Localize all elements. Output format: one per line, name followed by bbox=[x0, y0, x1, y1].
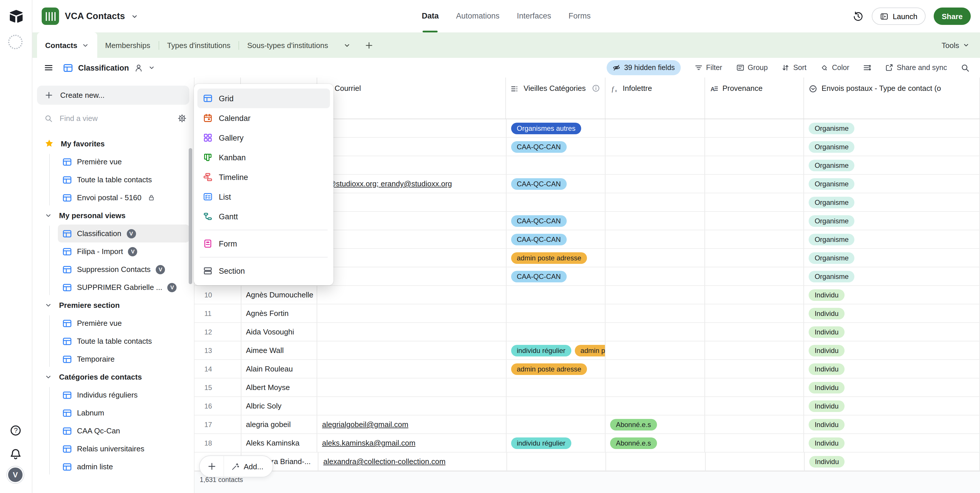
table-tab-types-d-institutions[interactable]: Types d'institutions bbox=[159, 32, 239, 58]
base-title-chevron-icon[interactable] bbox=[131, 13, 138, 20]
cell-infolettre[interactable] bbox=[606, 453, 706, 471]
cell-infolettre[interactable] bbox=[606, 341, 705, 359]
cell-envois-postaux[interactable]: Organisme bbox=[804, 138, 980, 156]
cell-vieilles-categories[interactable]: CAA-QC-CAN bbox=[506, 267, 605, 285]
cell-provenance[interactable] bbox=[705, 175, 804, 193]
cell-courriel[interactable] bbox=[318, 138, 506, 156]
cell-provenance[interactable] bbox=[705, 378, 804, 396]
cell-vieilles-categories[interactable] bbox=[506, 156, 605, 174]
view-settings-gear-icon[interactable] bbox=[178, 114, 186, 122]
cell-infolettre[interactable] bbox=[606, 175, 705, 193]
cell-provenance[interactable] bbox=[706, 453, 805, 471]
cell-vieilles-categories[interactable]: CAA-QC-CAN bbox=[506, 138, 605, 156]
cell-name[interactable]: Aida Vosoughi bbox=[241, 323, 318, 341]
color-button[interactable]: Color bbox=[821, 64, 850, 72]
sidebar-view-item[interactable]: Première vue bbox=[58, 314, 189, 332]
view-menu-item-section[interactable]: Section bbox=[197, 261, 330, 281]
sidebar-view-item[interactable]: SUPPRIMER Gabrielle ...V bbox=[58, 278, 189, 296]
user-avatar[interactable]: V bbox=[7, 466, 24, 483]
cell-infolettre[interactable] bbox=[606, 360, 705, 378]
cell-courriel[interactable] bbox=[318, 267, 506, 285]
cell-envois-postaux[interactable]: Individu bbox=[804, 378, 980, 396]
cell-name[interactable]: Albric Soly bbox=[241, 397, 318, 415]
sidebar-section-premiere-section[interactable]: Premiere section bbox=[37, 296, 189, 314]
view-menu-item-timeline[interactable]: Timeline bbox=[197, 167, 330, 187]
view-menu-item-calendar[interactable]: Calendar bbox=[197, 108, 330, 128]
cell-provenance[interactable] bbox=[705, 230, 804, 248]
cell-row-number[interactable]: 13 bbox=[194, 341, 241, 359]
cell-vieilles-categories[interactable] bbox=[506, 378, 605, 396]
sidebar-toggle-icon[interactable] bbox=[44, 63, 53, 72]
base-icon[interactable] bbox=[42, 8, 59, 25]
column-header-env[interactable]: Envois postaux - Type de contact (o bbox=[804, 78, 980, 119]
cell-provenance[interactable] bbox=[705, 304, 804, 322]
sidebar-view-item[interactable]: Relais universitaires bbox=[58, 440, 189, 458]
cell-infolettre[interactable] bbox=[606, 304, 705, 322]
cell-vieilles-categories[interactable] bbox=[507, 453, 606, 471]
cell-vieilles-categories[interactable] bbox=[506, 415, 605, 433]
cell-infolettre[interactable] bbox=[606, 193, 705, 211]
table-tab-memberships[interactable]: Memberships bbox=[97, 32, 158, 58]
sidebar-section-my-favorites[interactable]: My favorites bbox=[37, 134, 189, 153]
cell-vieilles-categories[interactable]: CAA-QC-CAN bbox=[506, 230, 605, 248]
view-menu-item-grid[interactable]: Grid bbox=[197, 89, 330, 108]
cell-envois-postaux[interactable]: Organisme bbox=[804, 212, 980, 230]
column-header-inf[interactable]: fxInfolettre bbox=[605, 78, 705, 119]
table-tab-contacts[interactable]: Contacts bbox=[37, 32, 97, 58]
email-link[interactable]: alexandra@collection-collection.com bbox=[323, 457, 445, 466]
base-title[interactable]: VCA Contacts bbox=[65, 11, 125, 21]
cell-infolettre[interactable] bbox=[606, 212, 705, 230]
cell-envois-postaux[interactable]: Organisme bbox=[804, 249, 980, 267]
cell-infolettre[interactable] bbox=[606, 267, 705, 285]
cell-provenance[interactable] bbox=[705, 286, 804, 304]
history-icon[interactable] bbox=[853, 11, 864, 22]
nav-tab-automations[interactable]: Automations bbox=[456, 0, 500, 32]
cell-provenance[interactable] bbox=[705, 193, 804, 211]
cell-courriel[interactable] bbox=[318, 249, 506, 267]
add-record-button[interactable] bbox=[200, 455, 224, 477]
cell-courriel[interactable] bbox=[318, 397, 506, 415]
view-menu-item-gantt[interactable]: Gantt bbox=[197, 207, 330, 226]
sidebar-view-item[interactable]: admin liste bbox=[58, 458, 189, 476]
share-button[interactable]: Share bbox=[934, 8, 971, 25]
table-tab-chevron-icon[interactable] bbox=[81, 41, 89, 49]
cell-vieilles-categories[interactable] bbox=[506, 286, 605, 304]
cell-provenance[interactable] bbox=[705, 156, 804, 174]
cell-courriel[interactable]: aleks.kaminska@gmail.com bbox=[318, 434, 506, 452]
view-menu-item-kanban[interactable]: Kanban bbox=[197, 148, 330, 167]
cell-row-number[interactable]: 15 bbox=[194, 378, 241, 396]
cell-envois-postaux[interactable]: Organisme bbox=[804, 267, 980, 285]
cell-provenance[interactable] bbox=[705, 341, 804, 359]
view-menu-item-form[interactable]: Form bbox=[197, 234, 330, 253]
sort-button[interactable]: Sort bbox=[782, 64, 807, 72]
cell-courriel[interactable]: alegrialgobeil@gmail.com bbox=[318, 415, 506, 433]
share-sync-button[interactable]: Share and sync bbox=[885, 64, 947, 72]
cell-infolettre[interactable]: Abonné.e.s bbox=[606, 434, 705, 452]
table-tab-sous-types-d-institutions[interactable]: Sous-types d'institutions bbox=[239, 32, 336, 58]
cell-infolettre[interactable] bbox=[606, 397, 705, 415]
sidebar-section-my-personal-views[interactable]: My personal views bbox=[37, 207, 189, 224]
cell-infolettre[interactable] bbox=[606, 119, 705, 137]
cell-name[interactable]: Aimee Wall bbox=[241, 341, 318, 359]
cell-provenance[interactable] bbox=[705, 434, 804, 452]
sidebar-view-item[interactable]: CAA Qc-Can bbox=[58, 422, 189, 440]
cell-courriel[interactable] bbox=[318, 286, 506, 304]
add-table-icon[interactable] bbox=[358, 32, 380, 58]
cell-name[interactable]: alegria gobeil bbox=[241, 415, 318, 433]
cell-infolettre[interactable] bbox=[606, 230, 705, 248]
table-list-chevron-icon[interactable] bbox=[336, 32, 358, 58]
cell-envois-postaux[interactable]: Individu bbox=[804, 360, 980, 378]
cell-row-number[interactable]: 12 bbox=[194, 323, 241, 341]
sidebar-scrollbar[interactable] bbox=[189, 148, 192, 284]
cell-envois-postaux[interactable]: Individu bbox=[804, 304, 980, 322]
cell-courriel[interactable] bbox=[318, 304, 506, 322]
email-link[interactable]: fo@studioxx.org; erandy@studioxx.org bbox=[322, 180, 452, 188]
cell-infolettre[interactable] bbox=[606, 378, 705, 396]
cell-row-number[interactable]: 17 bbox=[194, 415, 241, 433]
sidebar-view-item[interactable]: Temporaire bbox=[58, 350, 189, 368]
cell-infolettre[interactable] bbox=[606, 156, 705, 174]
add-with-ai-button[interactable]: Add... bbox=[224, 462, 273, 471]
cell-courriel[interactable] bbox=[318, 156, 506, 174]
cell-name[interactable]: Agnès Dumouchelle bbox=[241, 286, 318, 304]
cell-courriel[interactable] bbox=[318, 193, 506, 211]
